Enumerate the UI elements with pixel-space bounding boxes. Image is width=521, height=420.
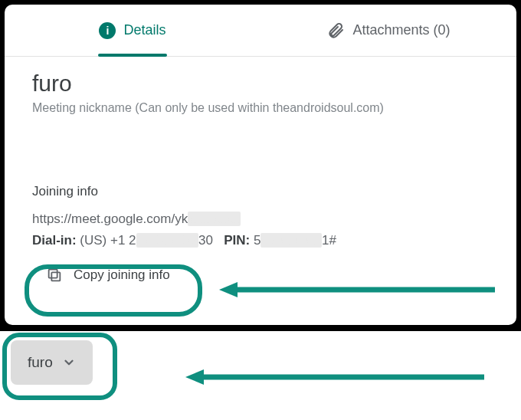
meeting-link-prefix: https://meet.google.com/yk: [32, 212, 188, 226]
meeting-chip-label: furo: [28, 354, 53, 371]
redacted-text: 05-555-55: [136, 233, 199, 248]
svg-rect-1: [49, 270, 57, 278]
meeting-chip[interactable]: furo: [11, 340, 93, 385]
meeting-subtitle: Meeting nickname (Can only be used withi…: [32, 101, 489, 115]
copy-joining-info-button[interactable]: Copy joining info: [32, 259, 184, 291]
dial-in-label: Dial-in:: [32, 233, 77, 248]
copy-icon: [46, 267, 63, 284]
dial-in-suffix: 30: [198, 233, 213, 248]
svg-rect-0: [51, 272, 60, 281]
tab-details-label: Details: [123, 22, 165, 38]
content-area: furo Meeting nickname (Can only be used …: [5, 57, 516, 291]
meeting-link: https://meet.google.com/ykxxx-xxxx: [32, 212, 489, 227]
chevron-down-icon: [62, 356, 76, 369]
joining-info-header: Joining info: [32, 184, 489, 199]
tab-attachments[interactable]: Attachments (0): [260, 5, 516, 56]
redacted-text: 55 555 55: [260, 233, 322, 248]
meeting-details-panel: i Details Attachments (0) furo Meeting n…: [5, 5, 516, 325]
tab-bar: i Details Attachments (0): [5, 5, 516, 57]
pin-label: PIN:: [224, 233, 250, 248]
pin-suffix: 1#: [322, 233, 336, 248]
tab-details[interactable]: i Details: [5, 5, 260, 56]
tab-attachments-label: Attachments (0): [352, 22, 450, 38]
attachment-icon: [326, 21, 345, 40]
info-icon: i: [99, 22, 116, 39]
meeting-title: furo: [32, 71, 489, 97]
dial-in-prefix: (US) +1 2: [80, 233, 136, 248]
copy-button-label: Copy joining info: [74, 267, 170, 283]
dial-in-row: Dial-in: (US) +1 205-555-5530 PIN: 555 5…: [32, 233, 489, 248]
redacted-text: xxx-xxxx: [188, 212, 241, 226]
pin-prefix: 5: [254, 233, 260, 248]
